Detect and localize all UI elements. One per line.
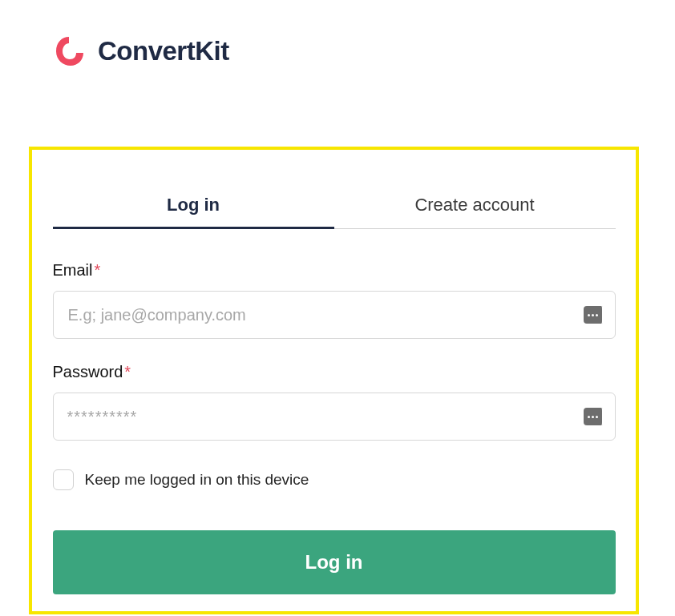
brand-logo: ConvertKit — [0, 0, 675, 69]
required-mark: * — [124, 363, 131, 380]
remember-label: Keep me logged in on this device — [85, 471, 309, 489]
email-field-group: Email* — [53, 261, 616, 339]
brand-name: ConvertKit — [98, 36, 229, 66]
auth-panel: Log in Create account Email* Password* *… — [29, 147, 639, 614]
password-label: Password* — [53, 363, 616, 381]
login-form: Email* Password* ********** — [53, 261, 616, 594]
remember-row: Keep me logged in on this device — [53, 469, 616, 490]
email-label-text: Email — [53, 261, 93, 279]
remember-checkbox[interactable] — [53, 469, 74, 490]
tab-login[interactable]: Log in — [53, 195, 334, 229]
convertkit-logo-icon — [51, 34, 87, 69]
tab-create-account[interactable]: Create account — [334, 195, 616, 229]
email-field[interactable] — [53, 291, 616, 339]
email-label: Email* — [53, 261, 616, 280]
auth-tabs: Log in Create account — [53, 195, 616, 229]
password-input-wrap: ********** — [53, 393, 616, 441]
login-button[interactable]: Log in — [53, 530, 616, 594]
password-label-text: Password — [53, 363, 123, 380]
email-input-wrap — [53, 291, 616, 339]
password-field-group: Password* ********** — [53, 363, 616, 441]
password-manager-icon[interactable] — [584, 306, 604, 324]
required-mark: * — [95, 261, 101, 279]
password-field[interactable] — [53, 393, 616, 441]
password-manager-icon[interactable] — [584, 408, 604, 425]
